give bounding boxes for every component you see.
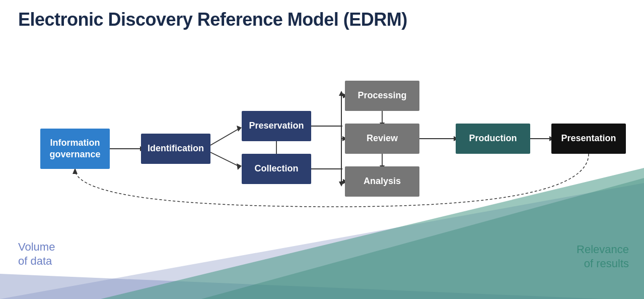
svg-marker-21 [339,182,344,187]
production-box: Production [456,124,530,154]
svg-marker-1 [0,274,604,299]
info-gov-box: Information governance [40,129,110,169]
relevance-label: Relevanceof results [577,243,629,271]
review-box: Review [345,124,419,154]
identification-box: Identification [141,134,210,164]
collection-box: Collection [242,154,311,184]
processing-box: Processing [345,81,419,111]
presentation-box: Presentation [551,124,626,154]
analysis-box: Analysis [345,166,419,197]
main-container: Electronic Discovery Reference Model (ED… [0,0,644,299]
volume-label: Volumeof data [18,240,55,269]
svg-marker-9 [237,163,242,170]
svg-marker-17 [339,91,344,96]
svg-line-6 [210,129,239,145]
preservation-box: Preservation [242,111,311,141]
svg-line-8 [210,152,239,166]
page-title: Electronic Discovery Reference Model (ED… [18,9,407,30]
diagram: Information governance Identification Pr… [15,50,629,222]
svg-marker-7 [237,126,242,132]
